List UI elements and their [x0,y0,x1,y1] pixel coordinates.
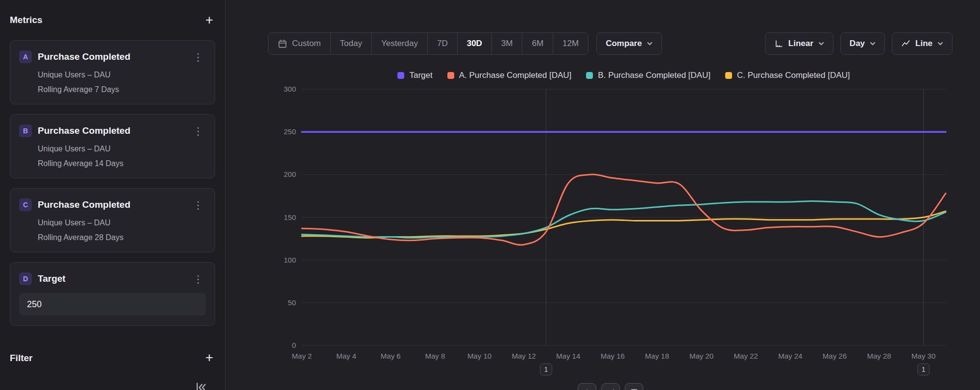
metric-card-b[interactable]: B Purchase Completed ⋮ Unique Users – DA… [10,114,215,178]
chevron-down-icon [870,42,876,46]
y-tick-label: 100 [284,256,296,264]
target-card[interactable]: D Target ⋮ [10,262,215,326]
legend-label: A. Purchase Completed [DAU] [459,71,572,80]
range-7d[interactable]: 7D [427,33,457,54]
interval-selector-button[interactable]: Day [840,32,885,55]
annotation-count[interactable]: 1 [544,366,548,373]
range-30d-label: 30D [467,39,482,49]
x-tick-label: May 16 [601,352,625,360]
range-custom-label: Custom [292,39,321,49]
range-12m[interactable]: 12M [553,33,588,54]
bar-chart-icon [583,388,591,390]
target-card-title-row: D Target ⋮ [19,272,206,285]
x-tick-label: May 22 [734,352,758,360]
kebab-menu-icon[interactable]: ⋮ [191,200,206,210]
range-today[interactable]: Today [330,33,371,54]
y-tick-label: 300 [284,85,296,93]
chart-type-label: Line [915,39,932,49]
metric-title: Purchase Completed [38,51,185,62]
collapse-left-icon [195,381,207,390]
legend-item-target[interactable]: Target [397,71,432,80]
x-tick-label: May 8 [425,352,445,360]
line-chart-icon [606,388,615,390]
range-30d[interactable]: 30D [457,33,491,54]
range-6m-label: 6M [532,39,543,49]
metric-measure[interactable]: Unique Users – DAU [38,145,206,153]
legend-swatch [447,72,454,79]
filter-title: Filter [10,353,32,364]
x-tick-label: May 12 [512,352,536,360]
interval-label: Day [850,39,865,49]
metrics-line-chart[interactable]: 05010015020025030011May 2May 4May 6May 8… [268,83,954,390]
table-icon [630,388,638,390]
chart-display-controls: Linear Day Line [765,32,953,55]
metric-card-c[interactable]: C Purchase Completed ⋮ Unique Users – DA… [10,188,215,252]
range-custom[interactable]: Custom [269,33,330,54]
kebab-menu-icon[interactable]: ⋮ [191,52,206,62]
metrics-title: Metrics [10,15,43,25]
chart-panel: Custom Today Yesterday 7D 30D 3M 6M 12M … [226,0,980,390]
target-title: Target [38,273,185,284]
legend-label: B. Purchase Completed [DAU] [598,71,710,80]
range-7d-label: 7D [437,39,448,49]
range-12m-label: 12M [563,39,579,49]
calendar-icon [278,39,287,49]
bottom-toolbar-button-3[interactable] [625,383,643,390]
date-range-picker: Custom Today Yesterday 7D 30D 3M 6M 12M [268,32,588,55]
metrics-header: Metrics + [10,0,215,27]
target-value-input[interactable] [19,293,206,316]
metric-badge: C [19,198,32,211]
x-tick-label: May 10 [467,352,491,360]
legend-swatch [586,72,593,79]
metric-card-a[interactable]: A Purchase Completed ⋮ Unique Users – DA… [10,40,215,104]
metric-card-title-row: B Purchase Completed ⋮ [19,124,206,137]
kebab-menu-icon[interactable]: ⋮ [191,126,206,136]
metric-transform[interactable]: Rolling Average 7 Days [38,85,206,94]
legend-item-b[interactable]: B. Purchase Completed [DAU] [586,71,710,80]
legend-item-a[interactable]: A. Purchase Completed [DAU] [447,71,572,80]
metric-transform[interactable]: Rolling Average 28 Days [38,233,206,242]
sidebar: Metrics + A Purchase Completed ⋮ Unique … [0,0,225,390]
add-metric-button[interactable]: + [203,14,215,27]
series-line-c-purchase-completed-dau[interactable] [302,211,946,238]
annotation-count[interactable]: 1 [922,366,926,373]
metric-card-title-row: C Purchase Completed ⋮ [19,198,206,211]
bottom-toolbar-button-1[interactable] [578,383,596,390]
x-tick-label: May 30 [911,352,935,360]
legend-swatch [725,72,732,79]
metric-card-title-row: A Purchase Completed ⋮ [19,50,206,63]
collapse-sidebar-button[interactable] [194,381,208,390]
x-tick-label: May 4 [336,352,356,360]
kebab-menu-icon[interactable]: ⋮ [191,274,206,284]
line-chart-icon [901,39,910,49]
compare-button[interactable]: Compare [596,32,662,55]
bottom-toolbar-button-2[interactable] [601,383,620,390]
chevron-down-icon [818,42,824,46]
x-tick-label: May 6 [381,352,401,360]
scale-selector-button[interactable]: Linear [765,32,833,55]
y-tick-label: 200 [284,170,296,178]
bottom-mini-toolbar [578,383,643,390]
legend-label: C. Purchase Completed [DAU] [737,71,850,80]
range-6m[interactable]: 6M [522,33,553,54]
metric-badge: A [19,50,32,63]
metric-transform[interactable]: Rolling Average 14 Days [38,159,206,168]
legend-label: Target [409,71,432,80]
chart-type-selector-button[interactable]: Line [892,32,953,55]
x-tick-label: May 28 [867,352,891,360]
metric-badge: B [19,124,32,137]
legend-item-c[interactable]: C. Purchase Completed [DAU] [725,71,850,80]
metric-measure[interactable]: Unique Users – DAU [38,71,206,79]
metric-title: Purchase Completed [38,125,185,136]
range-today-label: Today [340,39,362,49]
y-tick-label: 150 [284,213,296,221]
x-tick-label: May 24 [778,352,802,360]
range-3m[interactable]: 3M [491,33,522,54]
axis-scale-icon [774,39,784,49]
filter-header: Filter + [10,351,215,365]
chevron-down-icon [647,42,653,46]
x-tick-label: May 18 [645,352,669,360]
add-filter-button[interactable]: + [203,351,215,365]
range-yesterday[interactable]: Yesterday [371,33,427,54]
metric-measure[interactable]: Unique Users – DAU [38,219,206,227]
